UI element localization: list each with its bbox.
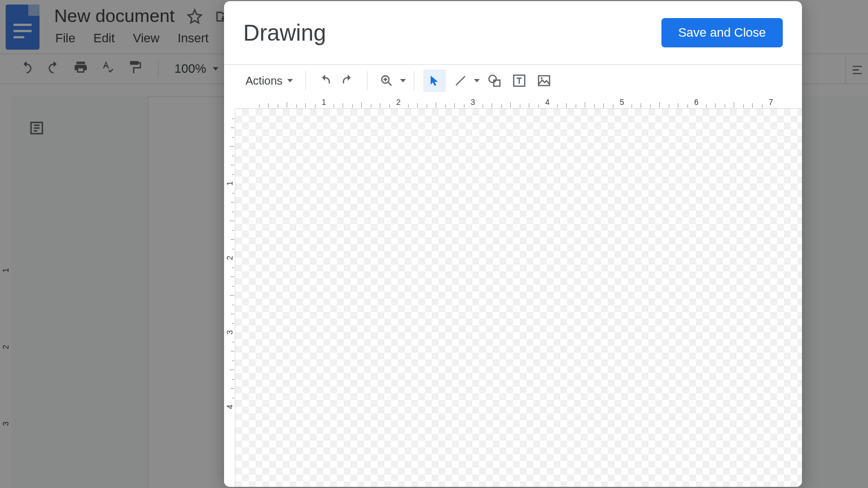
drawing-dialog: Drawing Save and Close Actions — [224, 1, 802, 487]
drawing-toolbar: Actions — [224, 65, 802, 96]
actions-label: Actions — [246, 74, 283, 87]
ruler-number: 7 — [769, 98, 773, 107]
svg-point-6 — [489, 75, 496, 82]
zoom-icon — [375, 69, 398, 92]
chevron-down-icon — [474, 79, 480, 82]
ruler-number: 3 — [225, 327, 234, 338]
textbox-tool[interactable] — [508, 69, 531, 92]
chevron-down-icon — [287, 79, 293, 82]
svg-point-12 — [541, 77, 542, 79]
canvas-area: 1234567 1234 — [224, 96, 802, 487]
chevron-down-icon — [400, 79, 406, 82]
image-tool[interactable] — [533, 69, 555, 92]
ruler-number: 1 — [322, 98, 326, 107]
separator — [305, 71, 306, 90]
ruler-number: 6 — [694, 98, 699, 107]
vertical-ruler[interactable]: 1234 — [224, 109, 235, 487]
ruler-number: 3 — [471, 98, 475, 107]
ruler-number: 2 — [225, 253, 234, 263]
ruler-number: 5 — [620, 98, 624, 107]
drawing-canvas[interactable] — [235, 109, 802, 487]
ruler-number: 4 — [225, 402, 234, 412]
zoom-tool[interactable] — [375, 69, 406, 92]
line-icon — [449, 69, 472, 92]
undo-button[interactable] — [314, 69, 336, 92]
save-and-close-button[interactable]: Save and Close — [661, 18, 783, 47]
shape-tool[interactable] — [483, 69, 506, 92]
select-tool[interactable] — [423, 69, 446, 92]
svg-marker-4 — [431, 76, 438, 86]
svg-rect-11 — [538, 76, 550, 85]
ruler-number: 1 — [225, 178, 234, 189]
svg-rect-7 — [494, 80, 500, 86]
svg-line-5 — [456, 76, 465, 85]
actions-menu[interactable]: Actions — [241, 71, 297, 91]
dialog-header: Drawing Save and Close — [224, 1, 802, 65]
redo-button[interactable] — [336, 69, 359, 92]
separator — [414, 71, 414, 90]
svg-line-1 — [388, 82, 391, 85]
horizontal-ruler[interactable]: 1234567 — [235, 96, 802, 109]
separator — [367, 71, 367, 90]
line-tool[interactable] — [449, 69, 480, 92]
dialog-title: Drawing — [243, 20, 326, 46]
ruler-number: 4 — [545, 98, 550, 107]
ruler-number: 2 — [396, 98, 401, 107]
